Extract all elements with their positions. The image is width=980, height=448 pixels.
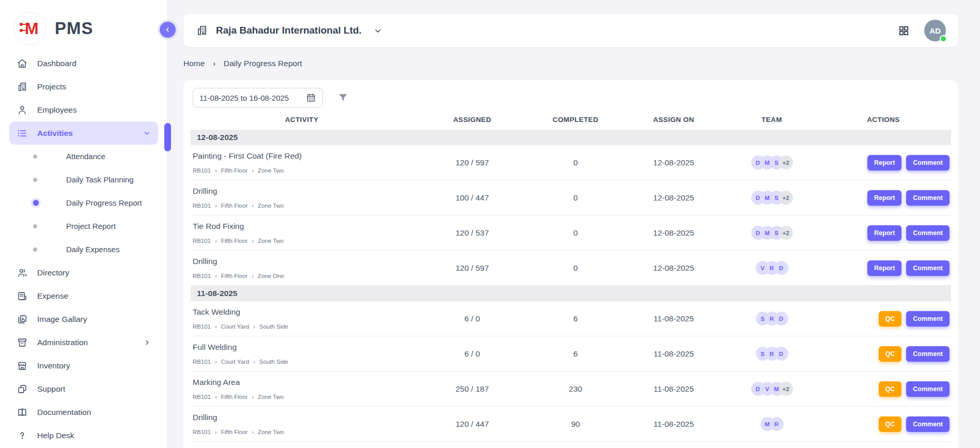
qc-button[interactable]: QC: [879, 381, 902, 397]
chevron-right-icon: ›: [215, 429, 217, 435]
team-avatars: M R: [728, 417, 816, 431]
team-extra-count[interactable]: +2: [779, 382, 793, 396]
qc-button[interactable]: QC: [879, 311, 902, 327]
team-extra-count[interactable]: +2: [779, 191, 793, 205]
sidebar-item-label: Help Desk: [37, 431, 74, 440]
activity-title: Full Welding: [193, 343, 413, 352]
sidebar-item-support[interactable]: Support: [9, 377, 158, 400]
sidebar-item-label: Inventory: [37, 361, 70, 370]
sidebar-item-daily-expenses[interactable]: Daily Expenses: [9, 238, 158, 261]
assigned-value: 120 / 447: [413, 420, 532, 429]
report-button[interactable]: Report: [867, 225, 901, 241]
bullet-dot-icon: [33, 224, 37, 228]
team-member-avatar[interactable]: R: [770, 417, 784, 431]
date-range-input[interactable]: 11-08-2025 to 16-08-2025: [193, 88, 323, 107]
sidebar-item-activities[interactable]: Activities: [9, 121, 158, 145]
chevron-right-icon: ›: [252, 238, 254, 244]
activity-title: Drilling: [193, 187, 413, 196]
column-header-team: TEAM: [728, 116, 816, 123]
comment-button[interactable]: Comment: [906, 260, 950, 276]
chevron-down-icon: [374, 26, 382, 35]
sidebar-item-label: Dashboard: [37, 59, 76, 68]
assigned-value: 100 / 447: [413, 193, 532, 203]
sidebar-item-image-gallary[interactable]: Image Gallary: [9, 307, 158, 331]
breadcrumb-home[interactable]: Home: [183, 59, 205, 68]
completed-value: 6: [532, 314, 619, 323]
comment-button[interactable]: Comment: [906, 190, 950, 206]
report-button[interactable]: Report: [867, 155, 901, 171]
team-avatars: S R D: [728, 312, 816, 326]
sidebar-item-dashboard[interactable]: Dashboard: [9, 52, 158, 75]
apps-grid-button[interactable]: [898, 25, 910, 37]
report-button[interactable]: Report: [867, 260, 901, 276]
path-segment: RB101: [193, 323, 211, 330]
sidebar-item-project-report[interactable]: Project Report: [9, 214, 158, 238]
company-name: Raja Bahadur International Ltd.: [216, 25, 362, 36]
sidebar-item-expense[interactable]: Expense: [9, 284, 158, 307]
path-segment: Fifth Floor: [221, 394, 248, 400]
comment-button[interactable]: Comment: [906, 416, 950, 432]
chevron-right-icon: ›: [215, 203, 217, 209]
sidebar-item-inventory[interactable]: Inventory: [9, 354, 158, 377]
team-extra-count[interactable]: +2: [779, 156, 793, 169]
comment-button[interactable]: Comment: [906, 311, 950, 327]
path-segment: RB101: [193, 167, 211, 174]
assign-on-value: 12-08-2025: [619, 228, 728, 238]
comment-button[interactable]: Comment: [906, 155, 950, 171]
grid-icon: [898, 25, 910, 37]
team-extra-count[interactable]: +2: [779, 226, 793, 240]
path-segment: Zone Two: [258, 394, 284, 400]
team-member-avatar[interactable]: D: [774, 347, 788, 361]
content-card: 11-08-2025 to 16-08-2025 ACTIVITY ASSIGN…: [183, 80, 958, 448]
user-avatar[interactable]: AD: [924, 20, 946, 41]
row-actions: QC Comment: [816, 381, 951, 397]
sidebar-item-projects[interactable]: Projects: [9, 75, 158, 98]
sidebar-item-daily-task-planning[interactable]: Daily Task Planning: [9, 168, 158, 191]
sidebar-collapse-button[interactable]: [160, 22, 176, 38]
assign-on-value: 11-08-2025: [619, 349, 728, 359]
sidebar-item-employees[interactable]: Employees: [9, 98, 158, 121]
company-selector[interactable]: Raja Bahadur International Ltd.: [196, 24, 382, 37]
row-actions: Report Comment: [816, 225, 951, 241]
chevron-right-icon: ›: [215, 238, 217, 244]
avatar-initials: AD: [929, 26, 941, 35]
assign-on-value: 11-08-2025: [619, 420, 728, 429]
team-member-avatar[interactable]: D: [774, 312, 788, 326]
qc-button[interactable]: QC: [879, 416, 902, 432]
row-actions: Report Comment: [816, 260, 951, 276]
completed-value: 230: [532, 384, 619, 394]
sidebar-item-administration[interactable]: Administration: [9, 331, 158, 354]
comment-button[interactable]: Comment: [906, 381, 950, 397]
sidebar-item-attendance[interactable]: Attendance: [9, 145, 158, 168]
table-row: Tie Rod Fixing RB101› Fifth Floor› Zone …: [191, 215, 951, 251]
archive-icon: [17, 337, 28, 348]
team-member-avatar[interactable]: D: [774, 261, 788, 275]
completed-value: 0: [532, 158, 619, 167]
assigned-value: 120 / 537: [413, 228, 532, 238]
comment-button[interactable]: Comment: [906, 225, 950, 241]
logo-m-icon: M: [19, 18, 41, 39]
chevron-right-icon: ›: [252, 273, 254, 279]
filter-button[interactable]: [337, 92, 349, 103]
sidebar-item-daily-progress-report[interactable]: Daily Progress Report: [9, 191, 158, 214]
sidebar-subitem-label: Daily Expenses: [66, 245, 119, 254]
gallery-icon: [17, 314, 28, 325]
path-segment: RB101: [193, 394, 211, 400]
activity-cell: Full Welding RB101› Court Yard› South Si…: [191, 343, 413, 365]
sidebar-item-label: Projects: [37, 82, 66, 91]
sidebar-subitem-label: Attendance: [66, 152, 105, 161]
path-segment: RB101: [193, 238, 211, 244]
sidebar-item-help-desk[interactable]: Help Desk: [9, 424, 158, 447]
activity-cell: Drilling RB101› Fifth Floor› Zone Two: [191, 413, 413, 435]
sidebar-item-documentation[interactable]: Documentation: [9, 400, 158, 424]
home-icon: [17, 58, 28, 69]
team-avatars: V R D: [728, 261, 816, 275]
chevron-right-icon: ›: [252, 394, 254, 400]
activity-cell: Drilling RB101› Fifth Floor› Zone Two: [191, 187, 413, 209]
team-avatars: S R D: [728, 347, 816, 361]
sidebar-item-directory[interactable]: Directory: [9, 261, 158, 284]
report-button[interactable]: Report: [867, 190, 901, 206]
svg-text:M: M: [25, 19, 39, 38]
comment-button[interactable]: Comment: [906, 346, 950, 362]
qc-button[interactable]: QC: [879, 346, 902, 362]
